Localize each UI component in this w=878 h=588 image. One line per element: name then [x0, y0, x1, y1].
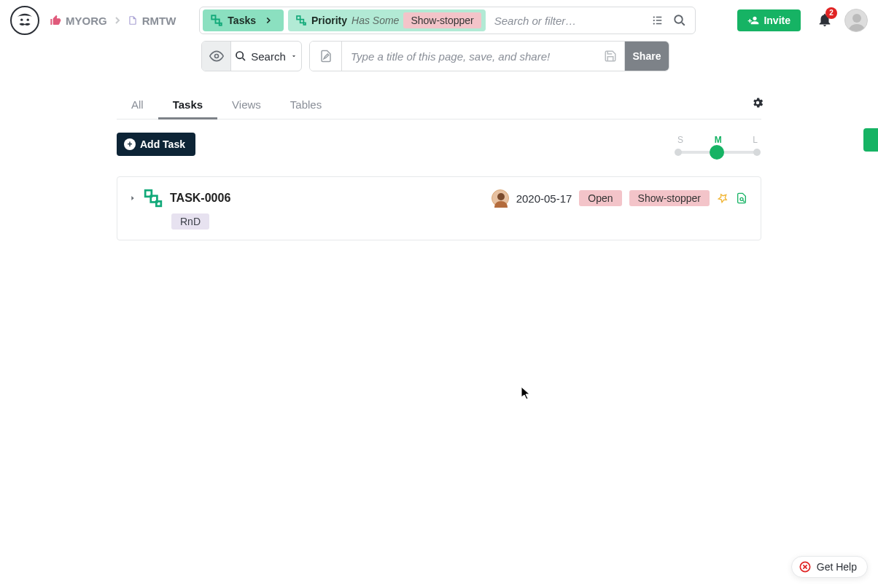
get-help-label: Get Help	[817, 561, 857, 573]
svg-point-23	[740, 197, 743, 200]
breadcrumb-project[interactable]: RMTW	[142, 15, 176, 27]
expand-caret-icon[interactable]	[129, 195, 136, 202]
slider-label-s: S	[677, 135, 683, 145]
app-logo[interactable]	[10, 6, 39, 35]
eye-icon	[209, 49, 224, 63]
slider-tick	[753, 149, 761, 156]
svg-rect-10	[656, 17, 662, 18]
slider-track[interactable]	[677, 151, 758, 154]
tab-views[interactable]: Views	[217, 90, 276, 119]
tabs-settings-button[interactable]	[751, 96, 764, 109]
tabs: All Tasks Views Tables	[117, 90, 761, 119]
task-card[interactable]: TASK-0006 2020-05-17 Open Show-stopper R…	[117, 176, 761, 240]
filter-chip-tasks-label: Tasks	[228, 15, 256, 26]
breadcrumb-org[interactable]: MYORG	[66, 15, 107, 27]
task-tags: RnD	[171, 213, 747, 230]
task-priority[interactable]: Show-stopper	[629, 190, 710, 206]
task-tag[interactable]: RnD	[171, 213, 209, 230]
page-title-bar: Search Share	[0, 41, 878, 80]
side-panel-toggle[interactable]	[863, 128, 878, 152]
user-avatar[interactable]	[844, 9, 868, 32]
controls-row: + Add Task S M L	[117, 133, 761, 156]
user-plus-icon	[747, 15, 759, 26]
add-task-button[interactable]: + Add Task	[117, 133, 195, 156]
slider-label-l: L	[753, 135, 758, 145]
svg-point-13	[653, 23, 654, 24]
notifications-badge: 2	[825, 7, 837, 19]
gear-icon	[751, 96, 764, 109]
svg-point-17	[214, 55, 218, 58]
svg-point-9	[653, 16, 654, 17]
svg-rect-14	[656, 23, 662, 25]
tasks-icon	[210, 14, 223, 27]
slider-labels: S M L	[677, 135, 758, 145]
notifications-button[interactable]: 2	[817, 12, 833, 30]
chevron-right-icon[interactable]	[260, 15, 276, 26]
svg-rect-21	[156, 201, 161, 206]
caret-down-icon	[290, 52, 298, 60]
save-button[interactable]	[596, 42, 625, 71]
search-dropdown-label: Search	[251, 50, 286, 63]
filter-chip-priority[interactable]: Priority Has Some Show-stopper	[288, 9, 486, 31]
filter-bar: Tasks Priority Has Some Show-stopper	[199, 7, 695, 34]
pin-icon[interactable]	[717, 192, 729, 204]
filter-search-input[interactable]	[486, 15, 642, 27]
get-help-button[interactable]: Get Help	[791, 556, 868, 578]
breadcrumb: MYORG RMTW	[50, 15, 176, 27]
svg-point-18	[236, 52, 243, 58]
svg-point-15	[675, 15, 683, 23]
assignee-avatar[interactable]	[492, 189, 509, 207]
search-group: Search	[201, 41, 302, 71]
svg-point-11	[653, 20, 654, 21]
search-icon	[235, 50, 246, 62]
tasks-icon	[295, 15, 307, 26]
tab-all[interactable]: All	[117, 90, 158, 119]
visibility-button[interactable]	[202, 42, 231, 71]
share-button[interactable]: Share	[625, 42, 669, 71]
filter-chip-tasks[interactable]: Tasks	[203, 9, 284, 31]
filter-chip-priority-value: Show-stopper	[403, 12, 481, 28]
invite-button[interactable]: Invite	[737, 9, 801, 31]
tab-tasks[interactable]: Tasks	[158, 90, 217, 119]
slider-thumb[interactable]	[710, 145, 724, 160]
task-id: TASK-0006	[170, 192, 230, 205]
thumbs-up-icon	[50, 15, 61, 26]
filter-chip-priority-label: Priority	[311, 15, 347, 26]
svg-point-1	[20, 18, 23, 20]
document-icon	[128, 15, 138, 26]
help-icon	[799, 561, 811, 573]
topbar: MYORG RMTW Tasks Priority Has Some Show-…	[0, 0, 878, 41]
svg-point-16	[852, 14, 861, 23]
search-dropdown[interactable]: Search	[231, 42, 301, 71]
slider-label-m: M	[715, 135, 722, 145]
edit-page-button[interactable]	[310, 42, 342, 71]
page-title-input[interactable]	[342, 42, 596, 71]
document-edit-icon	[319, 50, 333, 63]
list-options-icon[interactable]	[651, 14, 664, 27]
mustache-logo-icon	[12, 8, 37, 33]
tab-tables[interactable]: Tables	[276, 90, 336, 119]
search-icon[interactable]	[673, 14, 686, 27]
filter-right-icons	[642, 14, 695, 27]
svg-point-0	[14, 9, 36, 32]
svg-point-22	[497, 193, 505, 200]
document-search-icon[interactable]	[736, 192, 747, 204]
task-date: 2020-05-17	[516, 192, 572, 205]
task-card-row: TASK-0006 2020-05-17 Open Show-stopper	[129, 189, 747, 208]
add-task-button-label: Add Task	[140, 138, 185, 150]
share-button-label: Share	[633, 50, 661, 62]
svg-rect-8	[303, 23, 306, 25]
page-title-group: Share	[309, 41, 669, 71]
filter-chip-priority-op: Has Some	[351, 15, 399, 26]
svg-rect-5	[219, 23, 222, 26]
task-type-icon	[144, 189, 163, 208]
chevron-right-icon	[112, 15, 123, 26]
invite-button-label: Invite	[764, 15, 790, 26]
slider-tick	[675, 149, 682, 156]
svg-point-2	[27, 18, 29, 20]
task-status[interactable]: Open	[579, 190, 621, 206]
svg-rect-12	[656, 20, 662, 21]
card-size-slider[interactable]: S M L	[674, 135, 761, 154]
plus-circle-icon: +	[124, 138, 136, 150]
save-icon	[604, 50, 617, 63]
